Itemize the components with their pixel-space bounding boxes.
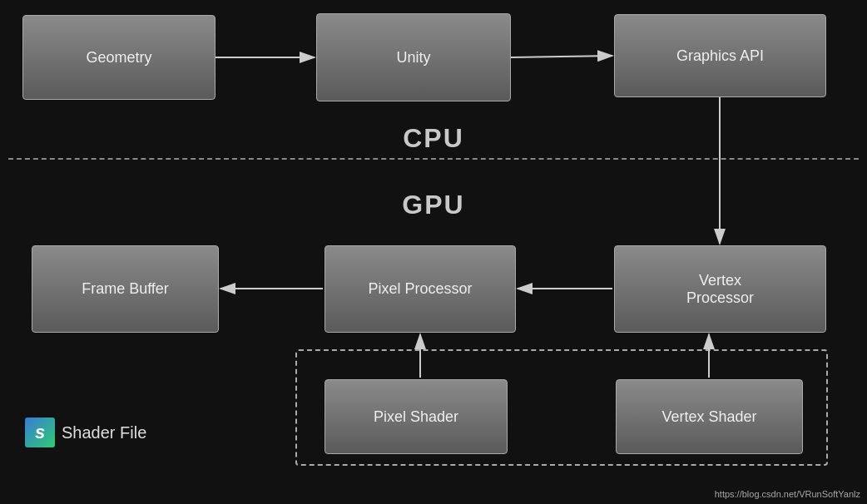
- graphics-api-box: Graphics API: [614, 14, 826, 97]
- gpu-label: GPU: [0, 190, 867, 220]
- divider: [8, 158, 859, 160]
- frame-buffer-box: Frame Buffer: [32, 245, 219, 333]
- unity-box: Unity: [316, 13, 511, 101]
- watermark: https://blog.csdn.net/VRunSoftYanlz: [715, 489, 860, 499]
- arrow-unity-graphics: [511, 56, 612, 57]
- shader-dashed-box: [295, 349, 828, 466]
- pixel-processor-box: Pixel Processor: [325, 245, 516, 333]
- geometry-box: Geometry: [22, 15, 216, 100]
- diagram: CPU GPU Geometry Unity Graphics API Vert…: [0, 0, 867, 504]
- shader-file-label: s Shader File: [25, 418, 146, 447]
- cpu-label: CPU: [0, 123, 867, 154]
- shader-file-icon: s: [25, 418, 55, 447]
- vertex-processor-box: Vertex Processor: [614, 245, 826, 333]
